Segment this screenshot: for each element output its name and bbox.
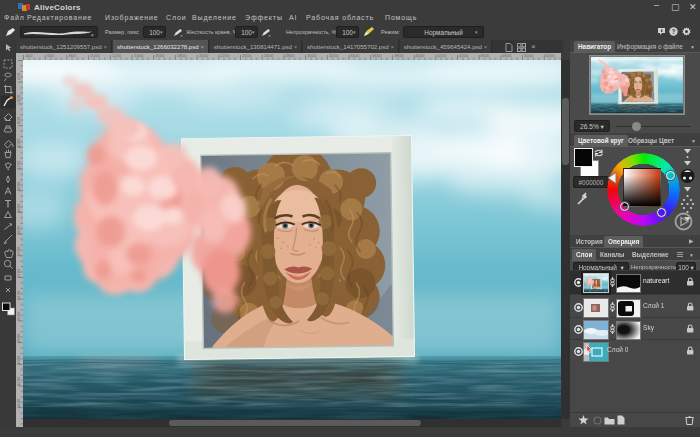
svg-text:5200: 5200	[545, 53, 555, 58]
svg-text:2200: 2200	[16, 268, 21, 278]
svg-text:2200: 2200	[220, 53, 230, 58]
svg-text:400: 400	[16, 72, 21, 80]
svg-text:1600: 1600	[155, 53, 165, 58]
svg-text:1400: 1400	[134, 53, 144, 58]
svg-text:2600: 2600	[16, 311, 21, 321]
svg-text:3000: 3000	[16, 355, 21, 365]
svg-text:1400: 1400	[16, 181, 21, 191]
svg-text:1800: 1800	[177, 53, 187, 58]
svg-text:800: 800	[16, 116, 21, 124]
svg-text:3000: 3000	[307, 53, 317, 58]
svg-text:2800: 2800	[285, 53, 295, 58]
svg-text:1000: 1000	[16, 138, 21, 148]
svg-text:1200: 1200	[16, 160, 21, 170]
svg-text:2000: 2000	[16, 246, 21, 256]
svg-text:4400: 4400	[459, 53, 469, 58]
svg-text:2400: 2400	[16, 290, 21, 300]
svg-text:3600: 3600	[372, 53, 382, 58]
svg-text:800: 800	[69, 53, 77, 58]
svg-text:2000: 2000	[199, 53, 209, 58]
svg-text:4000: 4000	[415, 53, 425, 58]
svg-text:5000: 5000	[524, 53, 534, 58]
svg-text:2400: 2400	[242, 53, 252, 58]
svg-text:4600: 4600	[480, 53, 490, 58]
svg-text:400: 400	[26, 53, 34, 58]
svg-text:3400: 3400	[350, 53, 360, 58]
svg-text:600: 600	[16, 94, 21, 102]
svg-text:3200: 3200	[16, 376, 21, 386]
svg-text:1000: 1000	[90, 53, 100, 58]
svg-text:3800: 3800	[394, 53, 404, 58]
svg-text:4800: 4800	[502, 53, 512, 58]
svg-text:1200: 1200	[112, 53, 122, 58]
svg-text:3200: 3200	[329, 53, 339, 58]
svg-text:2600: 2600	[264, 53, 274, 58]
svg-text:3400: 3400	[16, 398, 21, 408]
svg-text:?: ?	[672, 28, 676, 35]
svg-text:1800: 1800	[16, 225, 21, 235]
svg-text:1600: 1600	[16, 203, 21, 213]
svg-text:2800: 2800	[16, 333, 21, 343]
svg-text:600: 600	[47, 53, 55, 58]
svg-text:4200: 4200	[437, 53, 447, 58]
